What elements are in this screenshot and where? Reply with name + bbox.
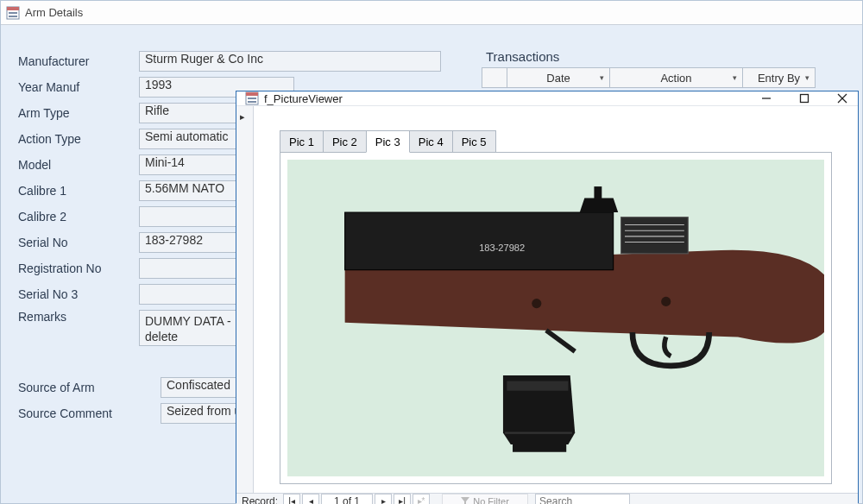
chevron-down-icon[interactable]: ▾ — [805, 73, 809, 82]
chevron-down-icon[interactable]: ▾ — [600, 73, 604, 82]
svg-rect-15 — [594, 186, 602, 200]
svg-rect-3 — [9, 16, 17, 17]
svg-rect-6 — [248, 98, 256, 99]
picture-tabs: Pic 1 Pic 2 Pic 3 Pic 4 Pic 5 — [280, 130, 832, 153]
input-manufacturer[interactable]: Sturm Ruger & Co Inc — [139, 51, 441, 72]
svg-rect-16 — [621, 217, 689, 254]
chevron-down-icon[interactable]: ▾ — [733, 73, 737, 82]
firearm-image: 183-27982 — [287, 160, 824, 476]
record-position[interactable]: 1 of 1 — [321, 494, 373, 504]
label-serial-no-3: Serial No 3 — [18, 287, 139, 301]
tab-pic-2[interactable]: Pic 2 — [323, 130, 367, 153]
svg-point-23 — [661, 297, 671, 306]
label-source-comment: Source Comment — [18, 406, 161, 420]
transactions-header: Date▾ Action▾ Entry By▾ — [482, 67, 816, 88]
nav-prev-button[interactable]: ◂ — [302, 494, 319, 504]
record-selector-bar[interactable] — [236, 106, 254, 493]
picture-tab-content: 183-27982 — [280, 152, 832, 484]
svg-rect-7 — [248, 101, 256, 103]
funnel-icon — [461, 497, 469, 504]
tab-pic-5[interactable]: Pic 5 — [452, 130, 496, 153]
transactions-section: Transactions Date▾ Action▾ Entry By▾ — [482, 49, 816, 88]
picture-viewer-window: f_PictureViewer Pic 1 Pic 2 Pic 3 Pic 4 … — [236, 91, 859, 503]
transactions-title: Transactions — [482, 49, 816, 64]
svg-text:183-27982: 183-27982 — [479, 243, 525, 253]
record-navigation-bar: Record: I◂ ◂ 1 of 1 ▸ ▸I ▸* No Filter Se… — [236, 493, 858, 504]
app-title: Arm Details — [25, 6, 83, 19]
transactions-row-selector[interactable] — [482, 67, 507, 88]
label-calibre-2: Calibre 2 — [18, 210, 139, 224]
transactions-col-entry-by[interactable]: Entry By▾ — [742, 67, 816, 88]
svg-rect-5 — [246, 92, 258, 96]
maximize-button[interactable] — [797, 91, 811, 105]
no-filter-indicator[interactable]: No Filter — [442, 494, 528, 504]
picture-viewer-title: f_PictureViewer — [264, 92, 343, 105]
tab-pic-3[interactable]: Pic 3 — [366, 130, 410, 153]
search-box[interactable]: Search — [535, 494, 630, 504]
label-year-manuf: Year Manuf — [18, 80, 139, 94]
label-registration-no: Registration No — [18, 261, 139, 275]
svg-point-22 — [532, 299, 541, 308]
svg-rect-2 — [9, 12, 17, 14]
svg-rect-9 — [801, 95, 809, 103]
tab-pic-1[interactable]: Pic 1 — [280, 130, 324, 153]
label-source-of-arm: Source of Arm — [18, 381, 161, 394]
form-icon — [245, 91, 259, 105]
nav-first-button[interactable]: I◂ — [283, 494, 300, 504]
nav-new-button[interactable]: ▸* — [413, 494, 430, 504]
transactions-col-date[interactable]: Date▾ — [507, 67, 610, 88]
label-calibre-1: Calibre 1 — [18, 184, 139, 198]
label-remarks: Remarks — [18, 310, 139, 324]
form-icon — [6, 6, 20, 20]
nav-next-button[interactable]: ▸ — [375, 494, 392, 504]
picture-viewer-titlebar[interactable]: f_PictureViewer — [236, 91, 858, 106]
transactions-col-action[interactable]: Action▾ — [609, 67, 743, 88]
svg-rect-1 — [7, 7, 19, 10]
arm-details-window: Arm Details Manufacturer Sturm Ruger & C… — [0, 0, 863, 504]
minimize-button[interactable] — [759, 91, 773, 105]
label-manufacturer: Manufacturer — [18, 54, 139, 68]
tab-pic-4[interactable]: Pic 4 — [409, 130, 453, 153]
record-label: Record: — [242, 495, 278, 504]
label-serial-no: Serial No — [18, 236, 139, 249]
label-arm-type: Arm Type — [18, 106, 139, 120]
nav-last-button[interactable]: ▸I — [394, 494, 411, 504]
app-titlebar: Arm Details — [1, 1, 862, 25]
label-model: Model — [18, 158, 139, 172]
svg-rect-13 — [345, 212, 614, 270]
svg-rect-24 — [507, 381, 568, 391]
label-action-type: Action Type — [18, 132, 139, 146]
close-button[interactable] — [835, 91, 849, 105]
